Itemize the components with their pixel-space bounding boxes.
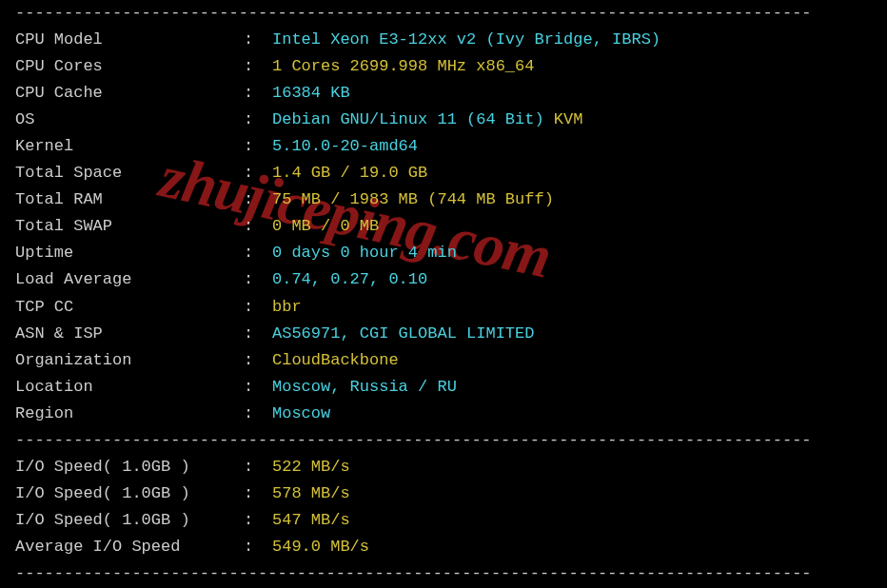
row-label: I/O Speed( 1.0GB ) <box>15 480 244 507</box>
value-part: 16384 KB <box>272 84 350 102</box>
row-colon: : <box>244 133 272 160</box>
row-label: Organization <box>15 347 244 374</box>
value-part: 547 MB/s <box>272 511 350 529</box>
row-label: Total RAM <box>15 186 244 213</box>
row-value: 578 MB/s <box>272 480 350 507</box>
value-part: 75 MB / 1983 MB (744 MB Buff) <box>272 190 554 208</box>
row-label: Kernel <box>15 133 244 160</box>
row-value: 1.4 GB / 19.0 GB <box>272 160 427 186</box>
info-row: Region : Moscow <box>15 401 872 427</box>
divider-mid: ----------------------------------------… <box>15 427 872 454</box>
value-part: bbr <box>272 298 302 316</box>
row-label: CPU Model <box>15 27 244 53</box>
value-part: 0.74, 0.27, 0.10 <box>272 270 427 288</box>
info-row: OS : Debian GNU/Linux 11 (64 Bit) KVM <box>15 107 872 133</box>
row-colon: : <box>244 480 272 507</box>
info-row: I/O Speed( 1.0GB ) : 547 MB/s <box>15 507 872 534</box>
row-label: Uptime <box>15 240 244 266</box>
row-value: 5.10.0-20-amd64 <box>272 133 418 160</box>
info-row: CPU Model : Intel Xeon E3-12xx v2 (Ivy B… <box>15 27 872 53</box>
info-row: I/O Speed( 1.0GB ) : 578 MB/s <box>15 480 872 507</box>
info-row: Total SWAP : 0 MB / 0 MB <box>15 213 872 240</box>
row-value: 0.74, 0.27, 0.10 <box>272 266 427 293</box>
row-colon: : <box>244 240 272 266</box>
info-row: ASN & ISP : AS56971, CGI GLOBAL LIMITED <box>15 321 872 347</box>
row-label: TCP CC <box>15 294 244 321</box>
info-row: CPU Cache : 16384 KB <box>15 80 872 107</box>
row-value: 522 MB/s <box>272 454 350 480</box>
value-part: 578 MB/s <box>272 484 350 502</box>
row-value: 547 MB/s <box>272 507 350 534</box>
info-row: I/O Speed( 1.0GB ) : 522 MB/s <box>15 454 872 480</box>
row-label: ASN & ISP <box>15 321 244 347</box>
row-colon: : <box>244 27 272 53</box>
info-row: Kernel : 5.10.0-20-amd64 <box>15 133 872 160</box>
value-part: CloudBackbone <box>272 351 399 369</box>
row-label: Total Space <box>15 160 244 186</box>
row-label: Location <box>15 374 244 401</box>
info-row: Average I/O Speed : 549.0 MB/s <box>15 534 872 560</box>
system-info-section: CPU Model : Intel Xeon E3-12xx v2 (Ivy B… <box>15 27 872 427</box>
row-value: 16384 KB <box>272 80 350 107</box>
row-value: CloudBackbone <box>272 347 399 374</box>
value-part: 549.0 MB/s <box>272 538 369 556</box>
row-label: OS <box>15 107 244 133</box>
row-label: I/O Speed( 1.0GB ) <box>15 454 244 480</box>
value-part: 1 Cores 2699.998 MHz x86_64 <box>272 57 534 75</box>
row-label: CPU Cache <box>15 80 244 107</box>
info-row: Uptime : 0 days 0 hour 4 min <box>15 240 872 266</box>
io-speed-section: I/O Speed( 1.0GB ) : 522 MB/sI/O Speed( … <box>15 454 872 560</box>
value-part: KVM <box>554 110 583 128</box>
row-colon: : <box>244 213 272 240</box>
row-label: Load Average <box>15 266 244 293</box>
row-value: bbr <box>272 294 302 321</box>
row-colon: : <box>244 374 272 401</box>
row-colon: : <box>244 160 272 186</box>
row-label: I/O Speed( 1.0GB ) <box>15 507 244 534</box>
row-value: AS56971, CGI GLOBAL LIMITED <box>272 321 534 347</box>
value-part: 522 MB/s <box>272 458 350 476</box>
row-value: Debian GNU/Linux 11 (64 Bit) KVM <box>272 107 582 133</box>
row-colon: : <box>244 347 272 374</box>
value-part: 5.10.0-20-amd64 <box>272 137 418 155</box>
value-part: Moscow, Russia / RU <box>272 378 457 396</box>
row-colon: : <box>244 266 272 293</box>
info-row: Location : Moscow, Russia / RU <box>15 374 872 401</box>
row-value: Moscow, Russia / RU <box>272 374 457 401</box>
terminal-output: ----------------------------------------… <box>0 0 887 587</box>
info-row: TCP CC : bbr <box>15 294 872 321</box>
row-value: 75 MB / 1983 MB (744 MB Buff) <box>272 186 554 213</box>
info-row: CPU Cores : 1 Cores 2699.998 MHz x86_64 <box>15 53 872 80</box>
row-colon: : <box>244 53 272 80</box>
row-colon: : <box>244 454 272 480</box>
row-value: 0 days 0 hour 4 min <box>272 240 457 266</box>
value-part: Debian GNU/Linux 11 (64 Bit) <box>272 110 554 128</box>
value-part: 0 MB / 0 MB <box>272 217 379 235</box>
value-part: AS56971, CGI GLOBAL LIMITED <box>272 324 534 343</box>
row-label: Average I/O Speed <box>15 534 244 560</box>
row-label: Total SWAP <box>15 213 244 240</box>
info-row: Load Average : 0.74, 0.27, 0.10 <box>15 266 872 293</box>
value-part: Moscow <box>272 404 330 422</box>
divider-bottom: ----------------------------------------… <box>15 560 872 587</box>
row-value: Intel Xeon E3-12xx v2 (Ivy Bridge, IBRS) <box>272 27 660 53</box>
row-label: Region <box>15 401 244 427</box>
row-value: 1 Cores 2699.998 MHz x86_64 <box>272 53 534 80</box>
row-colon: : <box>244 534 272 560</box>
row-colon: : <box>244 186 272 213</box>
row-colon: : <box>244 107 272 133</box>
row-colon: : <box>244 507 272 534</box>
row-colon: : <box>244 321 272 347</box>
info-row: Total Space : 1.4 GB / 19.0 GB <box>15 160 872 186</box>
info-row: Organization : CloudBackbone <box>15 347 872 374</box>
value-part: 1.4 GB / 19.0 GB <box>272 164 427 182</box>
value-part: 0 days 0 hour 4 min <box>272 244 457 262</box>
row-colon: : <box>244 401 272 427</box>
row-label: CPU Cores <box>15 53 244 80</box>
info-row: Total RAM : 75 MB / 1983 MB (744 MB Buff… <box>15 186 872 213</box>
row-value: Moscow <box>272 401 330 427</box>
row-value: 0 MB / 0 MB <box>272 213 379 240</box>
value-part: Intel Xeon E3-12xx v2 (Ivy Bridge, IBRS) <box>272 30 660 49</box>
row-colon: : <box>244 80 272 107</box>
row-value: 549.0 MB/s <box>272 534 369 560</box>
